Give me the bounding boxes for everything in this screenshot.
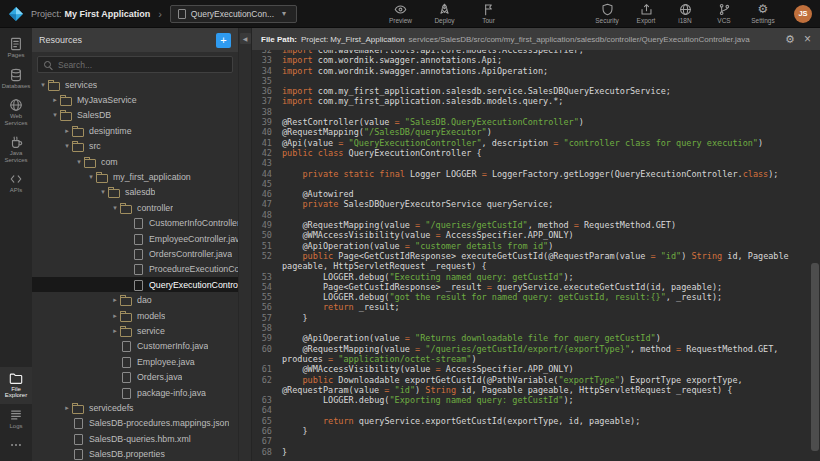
code-line[interactable]: 61 @WMAccessVisibility(value = AccessSpe… bbox=[252, 364, 807, 374]
caret-down-icon[interactable]: ▾ bbox=[62, 142, 72, 150]
rail-item-logs[interactable]: Logs bbox=[0, 404, 32, 435]
tree-item-customerinfocontroller-java[interactable]: CustomerInfoController.java bbox=[32, 216, 238, 231]
tree-item-designtime[interactable]: ▸designtime bbox=[32, 123, 238, 138]
code-line[interactable]: 62 public Downloadable exportGetCustId(@… bbox=[252, 375, 807, 396]
rail-item-databases[interactable]: Databases bbox=[0, 64, 32, 95]
caret-down-icon[interactable]: ▾ bbox=[86, 173, 96, 181]
code-line[interactable]: 48 bbox=[252, 210, 807, 220]
caret-down-icon[interactable]: ▾ bbox=[110, 204, 120, 212]
caret-right-icon[interactable]: ▸ bbox=[110, 296, 120, 304]
tree-item-employee-java[interactable]: Employee.java bbox=[32, 354, 238, 369]
tree-item-services[interactable]: ▾services bbox=[32, 77, 238, 92]
add-resource-button[interactable]: + bbox=[216, 33, 231, 48]
code-line[interactable]: 51 @ApiOperation(value = "customer detai… bbox=[252, 241, 807, 251]
code-area[interactable]: 32import com.wavemaker.tools.api.core.mo… bbox=[252, 50, 820, 461]
caret-right-icon[interactable]: ▸ bbox=[110, 327, 120, 335]
editor-settings-gear-icon[interactable]: ⚙ bbox=[785, 33, 795, 46]
code-line[interactable]: 38 bbox=[252, 107, 807, 117]
code-line[interactable]: 67 bbox=[252, 436, 807, 446]
tree-item-salesdb-queries-hbm-xml[interactable]: SalesDB-queries.hbm.xml bbox=[32, 431, 238, 446]
code-line[interactable]: 64 bbox=[252, 405, 807, 415]
security-button[interactable]: Security bbox=[592, 3, 622, 24]
tree-item-customerinfo-java[interactable]: CustomerInfo.java bbox=[32, 339, 238, 354]
rail-item-apis[interactable]: APIs bbox=[0, 168, 32, 199]
tree-item-salesdb[interactable]: ▾salesdb bbox=[32, 185, 238, 200]
code-line[interactable]: 46 @Autowired bbox=[252, 189, 807, 199]
code-line[interactable]: 43 bbox=[252, 158, 807, 168]
tree-item-models[interactable]: ▸models bbox=[32, 308, 238, 323]
code-line[interactable]: 45 bbox=[252, 179, 807, 189]
tree-item-my-first-application[interactable]: ▾my_first_application bbox=[32, 169, 238, 184]
code-line[interactable]: 53 LOGGER.debug("Executing named query: … bbox=[252, 272, 807, 282]
user-avatar[interactable]: JS bbox=[794, 5, 812, 23]
settings-button[interactable]: ⚙ Settings bbox=[748, 3, 778, 24]
tree-item-com[interactable]: ▾com bbox=[32, 154, 238, 169]
caret-right-icon[interactable]: ▸ bbox=[110, 312, 120, 320]
tree-item-orders-java[interactable]: Orders.java bbox=[32, 369, 238, 384]
deploy-button[interactable]: Deploy bbox=[430, 3, 460, 24]
tree-item-dao[interactable]: ▸dao bbox=[32, 292, 238, 307]
rail-item-web-services[interactable]: Web Services bbox=[0, 94, 32, 131]
caret-down-icon[interactable]: ▾ bbox=[98, 188, 108, 196]
code-line[interactable]: 34import com.wordnik.swagger.annotations… bbox=[252, 66, 807, 76]
tree-item-src[interactable]: ▾src bbox=[32, 139, 238, 154]
tour-button[interactable]: Tour bbox=[474, 3, 504, 24]
search-input[interactable] bbox=[58, 60, 232, 70]
tree-item-salesdb-procedures-mappings-json[interactable]: SalesDB-procedures.mappings.json bbox=[32, 416, 238, 431]
caret-right-icon[interactable]: ▸ bbox=[50, 96, 60, 104]
code-line[interactable]: 58 bbox=[252, 323, 807, 333]
code-line[interactable]: 49 @RequestMapping(value = "/queries/get… bbox=[252, 220, 807, 230]
panel-splitter[interactable]: ◀ bbox=[238, 28, 252, 461]
tree-item-queryexecutioncontroller-java[interactable]: QueryExecutionController.java bbox=[32, 277, 238, 292]
rail-item-more[interactable] bbox=[0, 434, 32, 457]
tree-item-service[interactable]: ▸service bbox=[32, 323, 238, 338]
tree-item-salesdb[interactable]: ▾SalesDB bbox=[32, 108, 238, 123]
code-line[interactable]: 50 @WMAccessVisibility(value = AccessSpe… bbox=[252, 230, 807, 240]
code-line[interactable]: 47 private SalesDBQueryExecutorService q… bbox=[252, 199, 807, 209]
code-line[interactable]: 40@RequestMapping("/SalesDB/queryExecuto… bbox=[252, 127, 807, 137]
code-line[interactable]: 66 } bbox=[252, 426, 807, 436]
rail-item-java-services[interactable]: Java Services bbox=[0, 131, 32, 168]
rail-item-pages[interactable]: Pages bbox=[0, 33, 32, 64]
code-line[interactable]: 41@Api(value = "QueryExecutionController… bbox=[252, 138, 807, 148]
collapse-panel-icon[interactable]: ◀ bbox=[240, 33, 251, 44]
code-line[interactable]: 33import com.wordnik.swagger.annotations… bbox=[252, 55, 807, 65]
code-line[interactable]: 55 LOGGER.debug("got the result for name… bbox=[252, 292, 807, 302]
vcs-button[interactable]: VCS bbox=[709, 3, 739, 24]
code-line[interactable]: 59 @ApiOperation(value = "Returns downlo… bbox=[252, 333, 807, 343]
code-line[interactable]: 54 Page<GetCustIdResponse> _result = que… bbox=[252, 282, 807, 292]
tree-item-employeecontroller-java[interactable]: EmployeeController.java bbox=[32, 231, 238, 246]
rail-item-file-explorer[interactable]: File Explorer bbox=[0, 367, 32, 404]
tree-item-controller[interactable]: ▾controller bbox=[32, 200, 238, 215]
code-line[interactable]: 36import com.my_first_application.salesd… bbox=[252, 86, 807, 96]
code-line[interactable]: 56 return _result; bbox=[252, 302, 807, 312]
code-line[interactable]: 42public class QueryExecutionController … bbox=[252, 148, 807, 158]
code-line[interactable]: 60 @RequestMapping(value = "/queries/get… bbox=[252, 344, 807, 365]
code-line[interactable]: 68} bbox=[252, 447, 807, 457]
i18n-button[interactable]: i18N bbox=[670, 3, 700, 24]
tree-item-servicedefs[interactable]: ▸servicedefs bbox=[32, 400, 238, 415]
code-line[interactable]: 35 bbox=[252, 76, 807, 86]
caret-right-icon[interactable]: ▸ bbox=[62, 404, 72, 412]
tree-item-salesdb-properties[interactable]: SalesDB.properties bbox=[32, 446, 238, 461]
close-file-icon[interactable]: × bbox=[804, 33, 811, 45]
tree-item-procedureexecutioncontroller-java[interactable]: ProcedureExecutionController.java bbox=[32, 262, 238, 277]
tree-item-package-info-java[interactable]: package-info.java bbox=[32, 385, 238, 400]
open-file-dropdown[interactable]: QueryExecutionCon... ▾ bbox=[170, 5, 297, 23]
export-button[interactable]: Export bbox=[631, 3, 661, 24]
code-line[interactable]: 57 } bbox=[252, 313, 807, 323]
editor-scrollbar-thumb[interactable] bbox=[811, 263, 819, 451]
code-line[interactable]: 52 public Page<GetCustIdResponse> execut… bbox=[252, 251, 807, 272]
code-line[interactable]: 63 LOGGER.debug("Exporting named query: … bbox=[252, 395, 807, 405]
caret-down-icon[interactable]: ▾ bbox=[74, 158, 84, 166]
code-line[interactable]: 39@RestController(value = "SalesDB.Query… bbox=[252, 117, 807, 127]
caret-down-icon[interactable]: ▾ bbox=[38, 81, 48, 89]
tree-item-orderscontroller-java[interactable]: OrdersController.java bbox=[32, 246, 238, 261]
code-line[interactable]: 37import com.my_first_application.salesd… bbox=[252, 96, 807, 106]
code-line[interactable]: 44 private static final Logger LOGGER = … bbox=[252, 169, 807, 179]
preview-button[interactable]: Preview bbox=[386, 3, 416, 24]
code-line[interactable]: 65 return queryService.exportGetCustId(e… bbox=[252, 416, 807, 426]
tree-item-myjavaservice[interactable]: ▸MyJavaService bbox=[32, 92, 238, 107]
caret-right-icon[interactable]: ▸ bbox=[62, 127, 72, 135]
caret-down-icon[interactable]: ▾ bbox=[50, 111, 60, 119]
